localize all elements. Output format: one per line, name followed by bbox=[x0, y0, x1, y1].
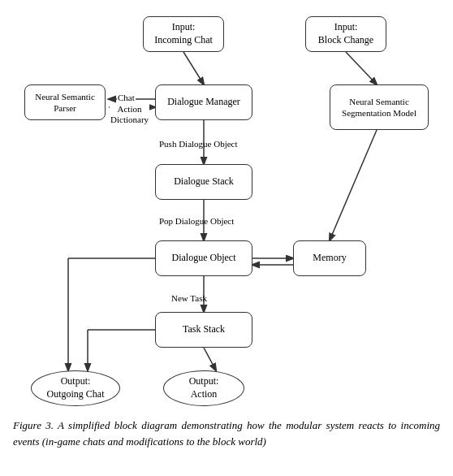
incoming-chat-box: Input: Incoming Chat bbox=[143, 16, 224, 52]
output-action-box: Output: Action bbox=[163, 370, 244, 406]
block-change-box: Input: Block Change bbox=[305, 16, 386, 52]
neural-seg-model-box: Neural Semantic Segmentation Model bbox=[330, 84, 429, 130]
neural-semantic-parser-box: Neural Semantic Parser bbox=[24, 84, 106, 120]
arrows-svg bbox=[13, 13, 440, 411]
figure-caption: Figure 3. A simplified block diagram dem… bbox=[13, 418, 440, 449]
svg-line-8 bbox=[330, 130, 377, 240]
svg-line-0 bbox=[183, 52, 204, 84]
new-task-label: New Task bbox=[171, 293, 207, 303]
push-label: Push Dialogue Object bbox=[159, 139, 238, 149]
svg-line-12 bbox=[204, 348, 216, 370]
pop-label: Pop Dialogue Object bbox=[159, 216, 234, 226]
diagram: Input: Incoming Chat Input: Block Change… bbox=[13, 13, 440, 411]
action-dict-label: Action Dictionary bbox=[110, 104, 149, 125]
output-chat-box: Output: Outgoing Chat bbox=[31, 370, 120, 406]
dialogue-object-box: Dialogue Object bbox=[155, 240, 252, 276]
task-stack-box: Task Stack bbox=[155, 312, 252, 348]
figure-label: Figure 3. bbox=[13, 419, 54, 431]
dialogue-stack-box: Dialogue Stack bbox=[155, 164, 252, 200]
caption-text: A simplified block diagram demonstrating… bbox=[13, 419, 440, 448]
memory-box: Memory bbox=[293, 240, 366, 276]
svg-line-1 bbox=[346, 52, 377, 84]
chat-label: Chat bbox=[117, 93, 136, 102]
dialogue-manager-box: Dialogue Manager bbox=[155, 84, 252, 120]
